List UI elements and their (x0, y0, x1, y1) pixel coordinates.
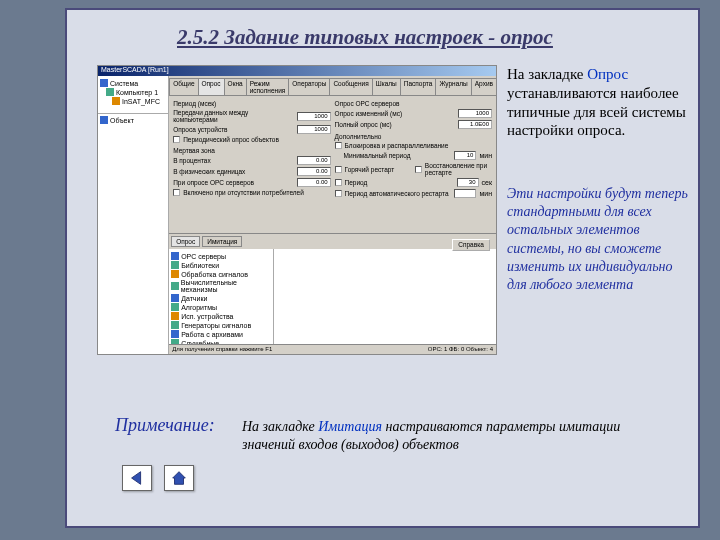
field-label: Минимальный период (344, 152, 452, 159)
nav-back-button[interactable] (122, 465, 152, 491)
left-tree-pane: Система Компьютер 1 InSAT_MFC Объект (98, 76, 169, 354)
app-screenshot: MasterSCADA [Run1] Система Компьютер 1 I… (97, 65, 497, 355)
tree-section: Объект (110, 117, 134, 124)
help-button[interactable]: Справка (452, 239, 490, 251)
group-title: Мертвая зона (173, 147, 330, 154)
field-label: Опроса устройств (173, 126, 293, 133)
check-label: Периодический опрос объектов (183, 136, 330, 143)
field-label: Передачи данных между компьютерами (173, 109, 293, 123)
field-input[interactable]: 0.00 (297, 156, 331, 165)
node-icon (171, 303, 179, 311)
check-label: Восстановление при рестарте (425, 162, 492, 176)
tree-node: Генераторы сигналов (181, 322, 251, 329)
field-input[interactable]: 1000 (297, 125, 331, 134)
tree-node: Компьютер 1 (116, 89, 158, 96)
tree-node: Обработка сигналов (181, 271, 248, 278)
check-label: Блокировка и распараллеливание (345, 142, 492, 149)
tree-node: InSAT_MFC (122, 98, 160, 105)
tab[interactable]: Паспорта (400, 78, 437, 95)
tree-node: Датчики (181, 295, 207, 302)
field-input[interactable] (454, 189, 476, 198)
nav-buttons (122, 465, 194, 491)
tab[interactable]: Архив (471, 78, 497, 95)
checkbox[interactable] (173, 189, 180, 196)
slide-title: 2.5.2 Задание типовых настроек - опрос (177, 25, 553, 50)
tree-node: Исп. устройства (181, 313, 233, 320)
tree-node: Вычислительные механизмы (181, 279, 271, 293)
unit-label: мин (479, 152, 492, 159)
bottom-tab-opros[interactable]: Опрос (171, 236, 200, 247)
field-label: Полный опрос (мс) (335, 121, 455, 128)
group-title: Дополнительно (335, 133, 492, 140)
group-title: Период (мсек) (173, 100, 330, 107)
nav-home-button[interactable] (164, 465, 194, 491)
check-label: Горячий рестарт (345, 166, 412, 173)
check-label: Период (345, 179, 454, 186)
field-label: При опросе OPC серверов (173, 179, 293, 186)
field-input[interactable]: 0.00 (297, 178, 331, 187)
palette-tree: OPC серверы Библиотеки Обработка сигнало… (169, 249, 274, 344)
node-icon (171, 330, 179, 338)
tab[interactable]: Операторы (288, 78, 330, 95)
arrow-left-icon (128, 469, 146, 487)
tab[interactable]: Сообщения (329, 78, 372, 95)
unit-label: сек (482, 179, 492, 186)
check-label: Включено при отсутствии потребителей (183, 189, 330, 196)
note-text: На закладке Имитация настраиваются парам… (242, 418, 622, 454)
field-input[interactable]: 30 (457, 178, 479, 187)
tree-root: Система (110, 80, 138, 87)
folder-icon (100, 79, 108, 87)
tab-bar: Общие Опрос Окна Режим исполнения Операт… (169, 76, 496, 96)
node-icon (106, 88, 114, 96)
tree-node: Библиотеки (181, 262, 219, 269)
field-label: В физических единицах (173, 168, 293, 175)
checkbox[interactable] (173, 136, 180, 143)
checkbox[interactable] (335, 190, 342, 197)
window-titlebar: MasterSCADA [Run1] (98, 66, 496, 76)
field-label: Опрос изменений (мс) (335, 110, 455, 117)
status-right: OPC: 1 ФБ: 0 Объект: 4 (428, 346, 493, 353)
node-icon (171, 282, 179, 290)
field-input[interactable]: 10 (454, 151, 476, 160)
node-icon (171, 261, 179, 269)
tree-node: OPC серверы (181, 253, 226, 260)
node-icon (171, 294, 179, 302)
bottom-tab-imitation[interactable]: Имитация (202, 236, 242, 247)
tab[interactable]: Общие (169, 78, 198, 95)
node-icon (171, 321, 179, 329)
node-icon (112, 97, 120, 105)
checkbox[interactable] (415, 166, 422, 173)
unit-label: мин (479, 190, 492, 197)
svg-marker-1 (173, 472, 186, 485)
folder-icon (100, 116, 108, 124)
tab[interactable]: Режим исполнения (246, 78, 290, 95)
home-icon (170, 469, 188, 487)
field-label: В процентах (173, 157, 293, 164)
status-text: Для получения справки нажмите F1 (172, 346, 272, 353)
field-input[interactable]: 1000 (458, 109, 492, 118)
tab[interactable]: Шкалы (372, 78, 401, 95)
field-input[interactable]: 0.00 (297, 167, 331, 176)
tab[interactable]: Журналы (435, 78, 471, 95)
tree-node: Работа с архивами (181, 331, 243, 338)
checkbox[interactable] (335, 166, 342, 173)
node-icon (171, 270, 179, 278)
tab-opros[interactable]: Опрос (198, 78, 225, 95)
field-input[interactable]: 1.0E00 (458, 120, 492, 129)
tree-node: Алгоритмы (181, 304, 217, 311)
group-title: Опрос OPC серверов (335, 100, 492, 107)
checkbox[interactable] (335, 179, 342, 186)
note-label: Примечание: (115, 415, 215, 436)
check-label: Период автоматического рестарта (345, 190, 452, 197)
description-2: Эти настройки будут теперь стандартными … (507, 185, 692, 294)
description-1: На закладке Опрос устанавливаются наибол… (507, 65, 687, 140)
node-icon (171, 312, 179, 320)
tab[interactable]: Окна (224, 78, 247, 95)
checkbox[interactable] (335, 142, 342, 149)
node-icon (171, 252, 179, 260)
field-input[interactable]: 1000 (297, 112, 331, 121)
svg-marker-0 (132, 472, 141, 485)
